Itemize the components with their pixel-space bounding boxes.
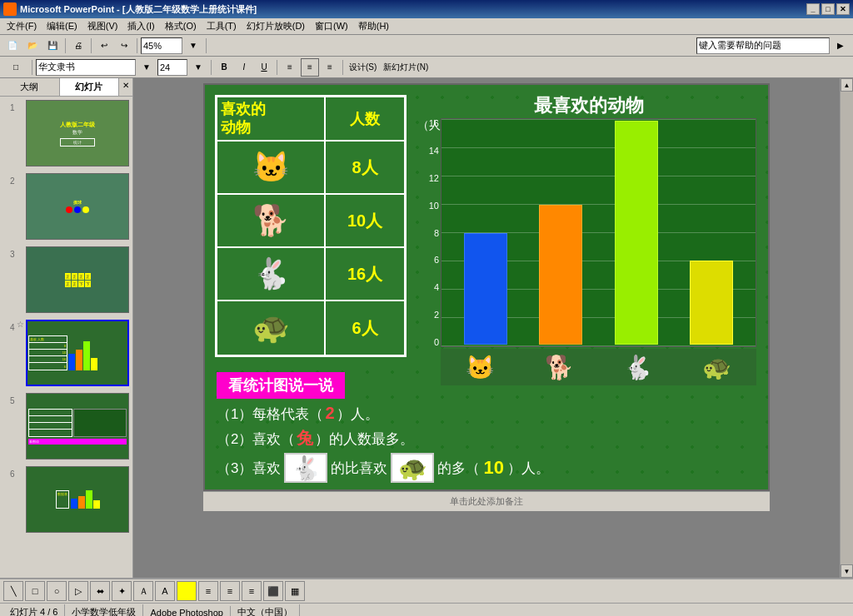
slide-preview-6[interactable]: 数据表 xyxy=(26,466,129,533)
draw-btn-10[interactable]: ≡ xyxy=(220,581,240,601)
draw-btn-5[interactable]: ⬌ xyxy=(90,581,110,601)
y-label-12: 12 xyxy=(429,173,439,183)
help-search[interactable] xyxy=(696,37,830,54)
slide-thumb-5[interactable]: 5 看图说 xyxy=(3,393,129,460)
slide-thumb-4[interactable]: 4 ☆ 喜欢 人数 8 10 16 6 xyxy=(3,320,129,386)
language: 中文（中国） xyxy=(231,604,300,616)
panel-close-button[interactable]: ✕ xyxy=(119,78,132,92)
italic-button[interactable]: I xyxy=(235,58,253,77)
zoom-dropdown[interactable]: ▼ xyxy=(184,37,202,55)
design-button[interactable]: 设计(S) xyxy=(347,58,379,77)
draw-btn-4[interactable]: ▷ xyxy=(68,581,88,601)
print-button[interactable]: 🖨 xyxy=(69,37,87,55)
save-button[interactable]: 💾 xyxy=(43,37,62,55)
font-family[interactable] xyxy=(36,59,136,76)
right-scrollbar[interactable]: ▲ ▼ xyxy=(840,78,853,578)
sep6 xyxy=(211,60,212,75)
redo-button[interactable]: ↪ xyxy=(115,37,133,55)
slide-thumb-1[interactable]: 1 人教版二年级 数学 统计 xyxy=(3,100,129,166)
animal-table: 喜欢的动物 人数 🐱 8人 🐕 10人 xyxy=(215,95,407,357)
left-panel: 大纲 幻灯片 ✕ 1 人教版二年级 数学 统计 2 xyxy=(0,78,133,578)
q3-animal-img-2: 🐢 xyxy=(391,453,434,483)
chart-area: 最喜欢的动物 （人） 0 2 4 6 8 10 12 14 16 xyxy=(417,93,760,389)
slide-thumb-6[interactable]: 6 数据表 xyxy=(3,466,129,533)
slide-preview-1[interactable]: 人教版二年级 数学 统计 xyxy=(26,100,129,166)
slide-num-6: 6 xyxy=(3,466,17,479)
slide-preview-2[interactable]: 摸球 xyxy=(26,173,129,240)
fontsize-dropdown[interactable]: ▼ xyxy=(189,58,207,77)
menu-insert[interactable]: 插入(I) xyxy=(122,18,159,34)
tab-slides[interactable]: 幻灯片 xyxy=(60,78,120,96)
menu-tools[interactable]: 工具(T) xyxy=(202,18,242,34)
new-slide-button[interactable]: 新幻灯片(N) xyxy=(381,58,431,77)
draw-btn-13[interactable]: ▦ xyxy=(285,581,305,601)
panel-tabs: 大纲 幻灯片 ✕ xyxy=(0,78,132,97)
menu-file[interactable]: 文件(F) xyxy=(2,18,42,34)
scroll-track[interactable] xyxy=(841,92,853,564)
draw-btn-8[interactable]: A xyxy=(155,581,175,601)
minimize-button[interactable]: _ xyxy=(806,3,820,15)
table-header: 喜欢的动物 人数 xyxy=(217,97,404,142)
bold-button[interactable]: B xyxy=(215,58,233,77)
table-header-count: 人数 xyxy=(326,97,404,140)
sep2 xyxy=(91,38,92,53)
slide-num-2: 2 xyxy=(3,173,17,186)
table-row-4: 🐢 6人 xyxy=(217,301,404,355)
align-center[interactable]: ≡ xyxy=(301,58,319,77)
draw-btn-2[interactable]: □ xyxy=(25,581,45,601)
slide-layout[interactable]: □ xyxy=(3,58,28,77)
underline-button[interactable]: U xyxy=(255,58,273,77)
q1-text: （1）每格代表（ xyxy=(217,405,323,424)
y-axis: 0 2 4 6 8 10 12 14 16 xyxy=(417,118,439,347)
menu-format[interactable]: 格式(O) xyxy=(160,18,202,34)
slide-preview-3[interactable]: 正 正 正 正 正 正 下 下 xyxy=(26,246,129,313)
menu-slideshow[interactable]: 幻灯片放映(D) xyxy=(242,18,310,34)
title-bar: Microsoft PowerPoint - [人教版二年级数学上册统计课件] … xyxy=(0,0,853,18)
bars-container xyxy=(441,119,756,346)
slide-preview-5[interactable]: 看图说 xyxy=(26,393,129,460)
draw-btn-fill[interactable] xyxy=(177,581,197,601)
slide-preview-4[interactable]: 喜欢 人数 8 10 16 6 xyxy=(26,320,129,386)
font-size[interactable] xyxy=(157,59,187,76)
q2-answer: 兔 xyxy=(297,427,313,450)
zoom-input[interactable] xyxy=(141,37,182,54)
scroll-down[interactable]: ▼ xyxy=(841,564,853,578)
q1-end: ）人。 xyxy=(337,405,379,424)
question-2: （2）喜欢（ 兔 ）的人数最多。 xyxy=(217,427,756,450)
draw-btn-11[interactable]: ≡ xyxy=(242,581,262,601)
align-left[interactable]: ≡ xyxy=(281,58,299,77)
scroll-up[interactable]: ▲ xyxy=(841,78,853,92)
y-label-10: 10 xyxy=(429,201,439,211)
menu-help[interactable]: 帮助(H) xyxy=(353,18,394,34)
slide-star-4: ☆ xyxy=(17,320,27,329)
draw-btn-6[interactable]: ✦ xyxy=(112,581,132,601)
font-dropdown[interactable]: ▼ xyxy=(137,58,156,77)
q3-text: （3）喜欢 xyxy=(217,459,281,478)
slide-thumb-2[interactable]: 2 摸球 xyxy=(3,173,129,240)
align-right[interactable]: ≡ xyxy=(321,58,339,77)
bar-cat xyxy=(464,233,507,345)
maximize-button[interactable]: □ xyxy=(821,3,835,15)
close-button[interactable]: ✕ xyxy=(836,3,850,15)
menu-window[interactable]: 窗口(W) xyxy=(310,18,353,34)
open-button[interactable]: 📂 xyxy=(23,37,42,55)
animal-img-turtle: 🐢 xyxy=(217,301,326,355)
draw-btn-7[interactable]: Ａ xyxy=(133,581,153,601)
bar-turtle xyxy=(690,261,733,345)
notes-placeholder: 单击此处添加备注 xyxy=(450,495,523,508)
toolbar-2: □ ▼ ▼ B I U ≡ ≡ ≡ 设计(S) 新幻灯片(N) xyxy=(0,57,853,78)
table-row-3: 🐇 16人 xyxy=(217,248,404,301)
draw-btn-3[interactable]: ○ xyxy=(47,581,67,601)
slide-thumb-3[interactable]: 3 正 正 正 正 正 正 下 下 xyxy=(3,246,129,313)
new-button[interactable]: 📄 xyxy=(3,37,22,55)
draw-btn-12[interactable]: ⬛ xyxy=(263,581,283,601)
undo-button[interactable]: ↩ xyxy=(95,37,113,55)
draw-btn-1[interactable]: ╲ xyxy=(3,581,23,601)
draw-btn-9[interactable]: ≡ xyxy=(198,581,218,601)
help-button[interactable]: ▶ xyxy=(831,37,850,55)
window-controls[interactable]: _ □ ✕ xyxy=(806,3,850,15)
menu-view[interactable]: 视图(V) xyxy=(82,18,123,34)
menu-edit[interactable]: 编辑(E) xyxy=(42,18,82,34)
tab-outline[interactable]: 大纲 xyxy=(0,78,60,96)
notes-area[interactable]: 单击此处添加备注 xyxy=(203,491,770,511)
